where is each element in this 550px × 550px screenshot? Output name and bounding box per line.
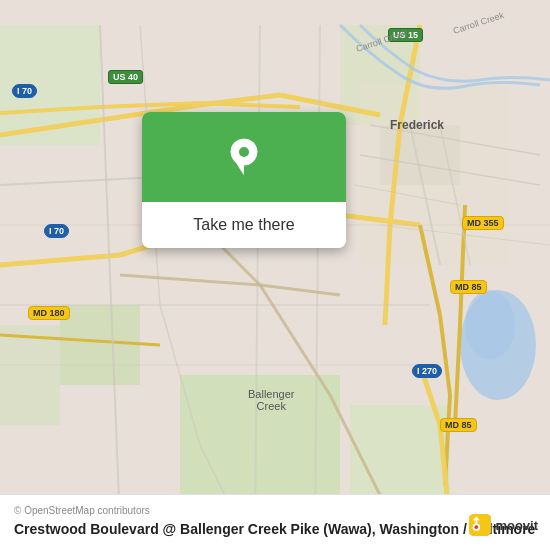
road-label-md85-top: MD 85 [450, 280, 487, 294]
road-label-i70-right: I 70 [44, 224, 69, 238]
svg-rect-6 [60, 305, 140, 385]
road-label-md355: MD 355 [462, 216, 504, 230]
map-background [0, 0, 550, 550]
moovit-logo: moovit [469, 514, 538, 536]
map-container: US 15 US 40 I 70 I 70 MD 355 MD 85 MD 85… [0, 0, 550, 550]
road-label-i70-left: I 70 [12, 84, 37, 98]
road-label-us15: US 15 [388, 28, 423, 42]
attribution: © OpenStreetMap contributors [14, 505, 536, 516]
svg-point-2 [465, 290, 515, 360]
moovit-text: moovit [495, 518, 538, 533]
svg-point-60 [475, 525, 479, 529]
road-label-i270: I 270 [412, 364, 442, 378]
take-me-there-button[interactable]: Take me there [142, 202, 346, 248]
svg-rect-58 [469, 514, 491, 536]
location-title: Crestwood Boulevard @ Ballenger Creek Pi… [14, 520, 535, 538]
road-label-md85-bot: MD 85 [440, 418, 477, 432]
road-label-md180: MD 180 [28, 306, 70, 320]
popup-card: Take me there [142, 112, 346, 248]
road-label-us40: US 40 [108, 70, 143, 84]
moovit-icon [469, 514, 491, 536]
svg-point-57 [239, 147, 249, 157]
location-pin-icon [224, 137, 264, 177]
info-bar: © OpenStreetMap contributors Crestwood B… [0, 494, 550, 550]
svg-rect-7 [0, 325, 60, 425]
popup-map-area [142, 112, 346, 202]
